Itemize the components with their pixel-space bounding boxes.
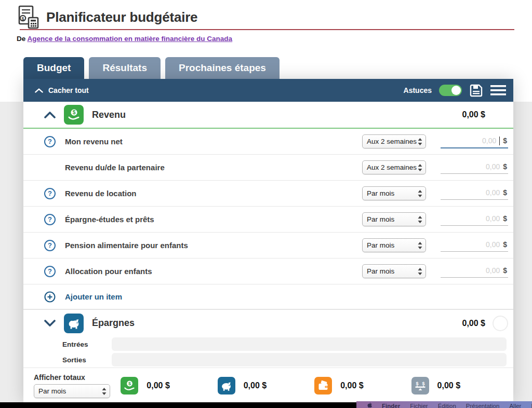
income-section-title: Revenu (92, 110, 126, 120)
toggle-knob (451, 86, 461, 95)
chevron-down-icon[interactable] (44, 320, 56, 327)
svg-text:$: $ (422, 381, 424, 386)
title-divider (20, 29, 514, 30)
select-arrows-icon (418, 190, 422, 197)
menubar-item-finder[interactable]: Finder (382, 402, 400, 408)
frequency-value: Par mois (38, 387, 102, 395)
inflow-label: Entrées (62, 341, 112, 348)
budget-planner-icon: $ (17, 5, 40, 29)
amount-placeholder: 0,00 (486, 266, 500, 275)
piggy-bank-icon (218, 377, 235, 395)
macos-menubar: Finder Fichier Édition Présentation Alle… (356, 401, 532, 408)
income-row-net: ? Mon revenu net Aux 2 semaines 0,00 $ (23, 129, 513, 155)
menubar-item-aller[interactable]: Aller (509, 402, 521, 408)
frequency-value: Par mois (367, 241, 418, 249)
total-income-value: 0,00 $ (147, 381, 169, 390)
tab-bar: Budget Résultats Prochaines étapes (23, 57, 280, 79)
add-item-button[interactable]: Ajouter un item (23, 284, 513, 309)
total-balance-value: 0,00 $ (437, 381, 460, 390)
row-label: Allocation pour enfants (65, 267, 152, 276)
menubar-item-presentation[interactable]: Présentation (466, 402, 500, 408)
frequency-select[interactable]: Aux 2 semaines (362, 160, 426, 174)
income-hand-coin-icon: $ (64, 105, 84, 125)
frequency-select[interactable]: Par mois (362, 186, 426, 200)
agency-link[interactable]: Agence de la consommation en matière fin… (28, 35, 233, 43)
frequency-select[interactable]: Par mois (362, 264, 426, 278)
help-icon[interactable]: ? (44, 214, 56, 225)
tips-toggle[interactable] (439, 85, 462, 96)
menubar-item-fichier[interactable]: Fichier (410, 402, 428, 408)
select-arrows-icon (418, 242, 422, 249)
totals-frequency-block: Afficher totaux Par mois (34, 373, 121, 398)
frequency-select[interactable]: Par mois (362, 238, 426, 252)
help-icon[interactable]: ? (44, 240, 56, 251)
svg-text:$: $ (416, 381, 418, 386)
tab-resultats[interactable]: Résultats (89, 57, 161, 79)
frequency-value: Par mois (367, 267, 418, 275)
row-controls: Par mois 0,00 $ (362, 238, 508, 252)
balance-scale-icon: $ $ (411, 377, 429, 395)
menubar-item-edition[interactable]: Édition (438, 402, 456, 408)
income-row-child-benefit: ? Allocation pour enfants Par mois 0,00 … (23, 259, 513, 284)
row-label: Mon revenu net (65, 137, 123, 146)
chevron-up-icon (35, 88, 43, 93)
currency-suffix: $ (503, 240, 507, 249)
budget-planner-page: $ Planificateur budgétaire De Agence de … (0, 0, 532, 408)
total-expenses-value: 0,00 $ (340, 381, 363, 390)
help-icon[interactable]: ? (44, 188, 56, 199)
svg-text:$: $ (21, 16, 24, 21)
amount-placeholder: 0,00 (486, 240, 500, 249)
amount-input[interactable]: 0,00 $ (441, 187, 508, 200)
totals-bar: Afficher totaux Par mois $ 0,00 $ (23, 368, 513, 403)
menu-icon[interactable] (490, 85, 506, 96)
add-item-label: Ajouter un item (65, 292, 122, 301)
income-hand-coin-icon: $ (121, 377, 138, 395)
amount-input[interactable]: 0,00 $ (441, 161, 508, 174)
frequency-value: Aux 2 semaines (367, 138, 418, 145)
amount-placeholder: 0,00 (486, 188, 500, 197)
amount-input[interactable]: 0,00 $ (441, 265, 508, 278)
row-controls: Par mois 0,00 $ (362, 212, 508, 226)
savings-section-total: 0,00 $ (462, 319, 485, 328)
save-icon[interactable] (469, 84, 483, 98)
byline: De Agence de la consommation en matière … (17, 35, 232, 43)
amount-placeholder: 0,00 (486, 214, 500, 223)
collapse-all-button[interactable]: Cacher tout (35, 86, 89, 94)
wallet-icon (314, 377, 332, 395)
income-row-rental: ? Revenu de location Par mois 0,00 $ (23, 181, 513, 207)
frequency-value: Par mois (367, 215, 418, 223)
outflow-row: Sorties (23, 352, 513, 368)
byline-prefix: De (17, 35, 25, 43)
frequency-value: Aux 2 semaines (367, 164, 418, 171)
select-arrows-icon (418, 138, 422, 145)
currency-suffix: $ (503, 162, 507, 171)
total-savings: 0,00 $ (218, 377, 314, 395)
inflow-row: Entrées (23, 336, 513, 352)
row-label: Pension alimentaire pour enfants (65, 241, 188, 250)
row-controls: Aux 2 semaines 0,00 $ (362, 160, 508, 174)
svg-text:$: $ (73, 110, 76, 115)
total-savings-value: 0,00 $ (244, 381, 267, 390)
amount-input[interactable]: 0,00 $ (441, 135, 508, 148)
budget-card: Cacher tout Astuces (23, 79, 513, 402)
outflow-bar (112, 353, 507, 366)
row-label: Épargne-études et prêts (65, 215, 154, 224)
currency-suffix: $ (503, 214, 507, 223)
amount-input[interactable]: 0,00 $ (441, 239, 508, 252)
select-arrows-icon (418, 164, 422, 171)
select-arrows-icon (418, 268, 422, 275)
savings-section-header: Épargnes 0,00 $ (23, 309, 513, 336)
help-icon[interactable]: ? (44, 266, 56, 277)
select-arrows-icon (418, 216, 422, 223)
plus-circle-icon (44, 291, 56, 303)
tab-prochaines-etapes[interactable]: Prochaines étapes (165, 57, 280, 79)
frequency-select[interactable]: Par mois (362, 212, 426, 226)
totals-frequency-select[interactable]: Par mois (34, 384, 110, 398)
frequency-select[interactable]: Aux 2 semaines (362, 134, 426, 148)
tab-budget[interactable]: Budget (23, 57, 84, 79)
help-icon[interactable]: ? (44, 136, 56, 147)
amount-input[interactable]: 0,00 $ (441, 213, 508, 226)
currency-suffix: $ (503, 266, 507, 275)
chevron-up-icon[interactable] (44, 111, 56, 118)
row-controls: Par mois 0,00 $ (362, 264, 508, 278)
